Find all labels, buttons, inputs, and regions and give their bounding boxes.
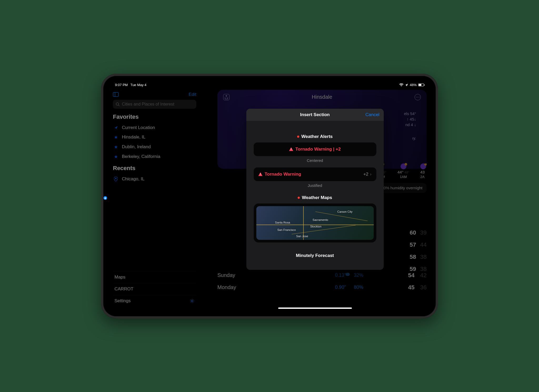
alert-extra-count: +2 [363, 172, 368, 177]
map-city-label: Sacramento [313, 218, 328, 221]
sidebar-toggle-icon[interactable] [113, 92, 119, 97]
modal-header: Insert Section Cancel [246, 109, 384, 121]
ipad-frame: ◉ 9:07 PM Tue May 4 48% [101, 74, 438, 319]
sidebar-item-dublin[interactable]: ★ Dublin, Ireland [113, 142, 196, 152]
sidebar-item-label: Chicago, IL [122, 176, 144, 182]
map-city-label: Santa Rosa [275, 221, 290, 224]
sidebar: Edit Cities and Places of Interest Favor… [109, 88, 200, 310]
sidebar-maps[interactable]: Maps [113, 271, 196, 283]
map-city-label: Carson City [337, 210, 352, 213]
sidebar-item-label: Berkeley, California [122, 154, 160, 159]
search-placeholder: Cities and Places of Interest [122, 102, 174, 107]
main-content: Hinsdale ⋯ els 54° ↑ 45↓ nd 4 ↓ ıy. [200, 88, 430, 310]
status-date: Tue May 4 [130, 83, 146, 87]
gear-icon [189, 298, 195, 304]
card-caption: Justified [254, 183, 376, 188]
sidebar-item-chicago[interactable]: Chicago, IL [113, 174, 196, 184]
screen: 9:07 PM Tue May 4 48% [109, 82, 430, 310]
section-header-alerts: Weather Alerts [254, 134, 376, 139]
map-preview: Carson City Sacramento Santa Rosa Stockt… [256, 206, 374, 240]
sidebar-item-berkeley[interactable]: ★ Berkeley, California [113, 152, 196, 162]
section-header-minutely: Minutely Forecast [254, 253, 376, 258]
map-card[interactable]: Carson City Sacramento Santa Rosa Stockt… [254, 204, 376, 242]
live-dot-icon [297, 136, 299, 138]
battery-icon [418, 83, 424, 86]
svg-point-4 [115, 178, 117, 179]
alert-text: Tornado Warning [265, 172, 301, 177]
status-bar: 9:07 PM Tue May 4 48% [109, 82, 430, 88]
wifi-icon [399, 83, 403, 87]
warning-icon [289, 147, 293, 151]
location-icon [405, 83, 408, 87]
map-city-label: San Francisco [277, 228, 296, 231]
search-input[interactable]: Cities and Places of Interest [113, 100, 196, 109]
section-header-maps: Weather Maps [254, 195, 376, 200]
cancel-button[interactable]: Cancel [366, 112, 380, 117]
pin-icon [114, 177, 119, 181]
modal-title: Insert Section [300, 112, 330, 117]
favorites-header: Favorites [113, 113, 196, 120]
alert-card-justified[interactable]: Tornado Warning +2 › [254, 167, 376, 181]
svg-line-3 [118, 105, 119, 106]
sidebar-item-label: Hinsdale, IL [122, 135, 146, 140]
edit-button[interactable]: Edit [189, 92, 196, 97]
edge-indicator: ◉ [103, 196, 107, 200]
sidebar-item-current-location[interactable]: Current Location [113, 123, 196, 132]
svg-point-2 [116, 103, 119, 105]
map-city-label: San Jose [296, 235, 308, 238]
ipad-bezel: ◉ 9:07 PM Tue May 4 48% [103, 76, 436, 316]
svg-point-5 [191, 300, 193, 302]
card-caption: Centered [254, 158, 376, 163]
home-indicator[interactable] [278, 307, 352, 309]
svg-rect-0 [113, 92, 118, 97]
sidebar-item-hinsdale[interactable]: ★ Hinsdale, IL [113, 132, 196, 142]
modal-body[interactable]: Weather Alerts Tornado Warning | +2 Cent… [246, 121, 384, 270]
warning-icon [258, 172, 263, 176]
star-icon: ★ [114, 154, 119, 160]
sidebar-settings[interactable]: Settings [113, 295, 196, 307]
chevron-right-icon: › [370, 172, 372, 177]
recents-header: Recents [113, 165, 196, 172]
star-icon: ★ [114, 135, 119, 140]
sidebar-item-label: Current Location [122, 125, 155, 130]
star-icon: ★ [114, 144, 119, 150]
map-city-label: Stockton [310, 225, 322, 228]
alert-text: Tornado Warning | +2 [295, 147, 341, 152]
sidebar-item-label: Dublin, Ireland [122, 144, 151, 150]
battery-percent: 48% [410, 83, 417, 87]
sidebar-carrot[interactable]: CARROT [113, 283, 196, 295]
insert-section-modal: Insert Section Cancel Weather Alerts Tor… [246, 109, 384, 270]
live-dot-icon [298, 197, 300, 199]
alert-card-centered[interactable]: Tornado Warning | +2 [254, 142, 376, 156]
status-time: 9:07 PM [115, 83, 128, 87]
location-arrow-icon [114, 126, 119, 130]
